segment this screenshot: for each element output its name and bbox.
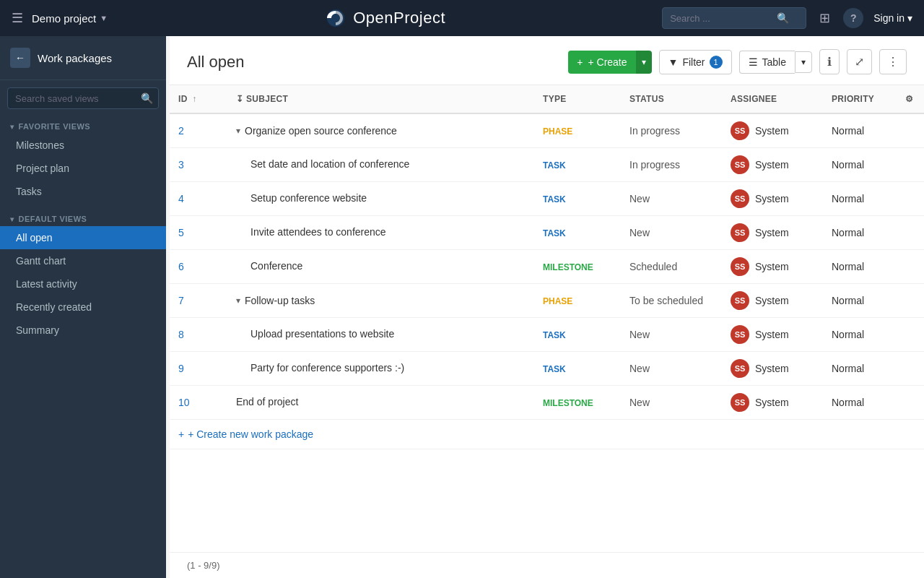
cell-type: TASK	[534, 216, 621, 250]
sidebar-item-all-open[interactable]: All open	[0, 226, 166, 249]
avatar: SS	[731, 291, 749, 310]
sidebar-item-project-plan[interactable]: Project plan	[0, 157, 166, 180]
create-link-cell: + + Create new work package	[170, 420, 924, 449]
create-new-work-package-link[interactable]: + + Create new work package	[178, 428, 915, 440]
grid-icon[interactable]: ⊞	[816, 7, 833, 29]
cell-priority: Normal	[823, 182, 895, 216]
work-package-id-link[interactable]: 3	[178, 159, 184, 171]
project-selector[interactable]: Demo project ▼	[32, 12, 108, 25]
work-package-id-link[interactable]: 4	[178, 193, 184, 204]
work-package-id-link[interactable]: 2	[178, 125, 184, 137]
work-package-id-link[interactable]: 8	[178, 329, 184, 340]
expand-collapse-icon[interactable]: ▾	[236, 126, 240, 136]
default-views-caret[interactable]: ▾	[10, 215, 14, 223]
info-button[interactable]: ℹ	[819, 49, 840, 74]
cell-subject: Party for conference supporters :-)	[227, 355, 534, 381]
cell-priority: Normal	[823, 318, 895, 352]
cell-id: 10	[170, 386, 227, 420]
col-header-type[interactable]: TYPE	[534, 85, 621, 113]
cell-id: 8	[170, 318, 227, 352]
assignee-name: System	[755, 125, 789, 137]
favorite-views-caret[interactable]: ▾	[10, 123, 14, 131]
cell-id: 3	[170, 148, 227, 182]
table-icon: ☰	[749, 56, 758, 68]
sidebar-resize-handle[interactable]	[166, 36, 170, 578]
cell-id: 9	[170, 352, 227, 386]
hamburger-icon[interactable]: ☰	[12, 10, 23, 26]
sidebar-title: Work packages	[38, 52, 112, 64]
table-row: 10End of projectMILESTONENewSSSystemNorm…	[170, 386, 924, 420]
sidebar-item-gantt-chart[interactable]: Gantt chart	[0, 249, 166, 272]
subject-text: Follow-up tasks	[245, 295, 315, 306]
search-saved-views-input[interactable]	[15, 93, 136, 104]
global-search-box[interactable]: 🔍	[662, 7, 806, 29]
page-title: All open	[187, 53, 245, 72]
cell-priority: Normal	[823, 386, 895, 420]
assignee-name: System	[755, 193, 789, 204]
col-header-settings[interactable]: ⚙	[895, 85, 924, 113]
assignee-name: System	[755, 227, 789, 238]
expand-collapse-icon[interactable]: ▾	[236, 296, 240, 306]
pagination-label: (1 - 9/9)	[187, 560, 220, 571]
back-button[interactable]: ←	[10, 48, 30, 68]
col-header-id[interactable]: ID ↑	[170, 85, 227, 113]
table-view-button[interactable]: ☰ Table	[739, 51, 795, 74]
cell-id: 4	[170, 182, 227, 216]
fullscreen-button[interactable]: ⤢	[847, 49, 872, 74]
cell-type: MILESTONE	[534, 386, 621, 420]
more-options-button[interactable]: ⋮	[879, 49, 907, 74]
sidebar: ← Work packages 🔍 ▾ FAVORITE VIEWS Miles…	[0, 36, 166, 578]
sign-in-button[interactable]: Sign in ▾	[873, 12, 912, 24]
type-badge: PHASE	[543, 126, 572, 137]
sidebar-item-milestones[interactable]: Milestones	[0, 134, 166, 157]
col-header-status[interactable]: STATUS	[621, 85, 722, 113]
table-row: 4Setup conference websiteTASKNewSSSystem…	[170, 182, 924, 216]
table-arrow-icon: ▾	[801, 57, 806, 67]
work-package-id-link[interactable]: 10	[178, 397, 190, 408]
table-view-dropdown[interactable]: ▾	[795, 51, 812, 73]
search-saved-views-box[interactable]: 🔍	[7, 87, 159, 109]
cell-subject: Setup conference website	[227, 185, 534, 211]
subject-text: Upload presentations to website	[250, 328, 394, 340]
cell-id: 2	[170, 113, 227, 148]
table-view-selector: ☰ Table ▾	[739, 51, 812, 74]
logo: OpenProject	[324, 7, 445, 30]
sidebar-item-recently-created[interactable]: Recently created	[0, 296, 166, 319]
global-search-input[interactable]	[670, 13, 771, 24]
help-icon[interactable]: ?	[843, 8, 863, 28]
cell-id: 5	[170, 216, 227, 250]
create-link-plus: +	[178, 428, 184, 440]
cell-id: 7	[170, 284, 227, 318]
work-package-id-link[interactable]: 5	[178, 227, 184, 238]
cell-status: In progress	[621, 113, 722, 148]
cell-row-actions	[895, 148, 924, 182]
type-badge: TASK	[543, 194, 566, 204]
work-package-id-link[interactable]: 7	[178, 295, 184, 306]
subject-text: End of project	[236, 396, 298, 407]
col-header-subject[interactable]: ↧ SUBJECT	[227, 85, 534, 113]
create-main-button[interactable]: + + Create	[568, 51, 635, 74]
sidebar-item-latest-activity[interactable]: Latest activity	[0, 272, 166, 296]
filter-button[interactable]: ▼ Filter 1	[659, 50, 732, 74]
work-package-id-link[interactable]: 6	[178, 261, 184, 272]
create-dropdown-button[interactable]: ▾	[636, 51, 652, 74]
sidebar-item-summary[interactable]: Summary	[0, 319, 166, 342]
col-header-assignee[interactable]: ASSIGNEE	[722, 85, 823, 113]
sidebar-item-tasks[interactable]: Tasks	[0, 180, 166, 203]
more-icon: ⋮	[887, 55, 899, 69]
avatar: SS	[731, 223, 749, 242]
cell-subject: ▾Follow-up tasks	[227, 288, 534, 314]
subject-text: Conference	[250, 260, 302, 272]
work-package-id-link[interactable]: 9	[178, 363, 184, 374]
cell-status: New	[621, 352, 722, 386]
table-header-row: ID ↑ ↧ SUBJECT TYPE STATUS ASSIGNEE PRIO…	[170, 85, 924, 113]
cell-row-actions	[895, 113, 924, 148]
avatar: SS	[731, 257, 749, 276]
cell-priority: Normal	[823, 352, 895, 386]
search-icon: 🔍	[777, 12, 789, 24]
cell-status: New	[621, 386, 722, 420]
col-header-priority[interactable]: PRIORITY	[823, 85, 895, 113]
fullscreen-icon: ⤢	[855, 55, 864, 69]
create-work-package-row: + + Create new work package	[170, 420, 924, 449]
cell-row-actions	[895, 386, 924, 420]
